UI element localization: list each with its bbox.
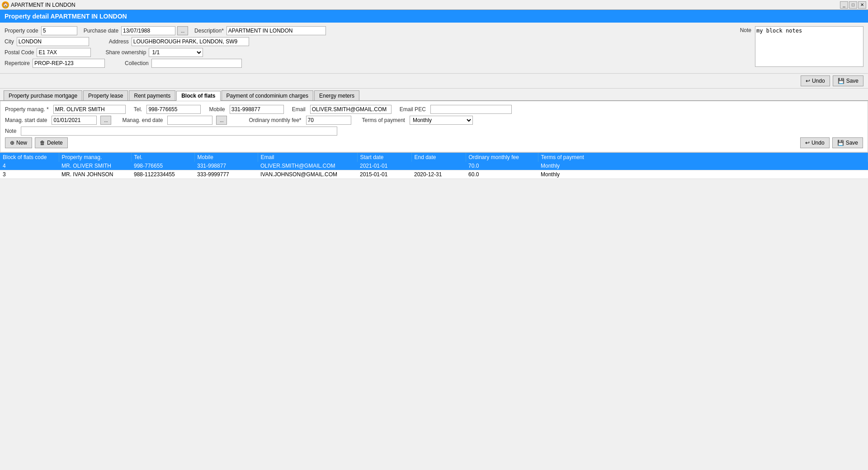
table-row[interactable]: 3MR. IVAN JOHNSON988-1122334455333-99997… — [0, 170, 868, 179]
form-left-section: Property code Purchase date ... Descript… — [5, 26, 736, 70]
undo-button-top[interactable]: ↩ Undo — [801, 75, 830, 86]
table-cell: 2020-12-31 — [411, 170, 466, 179]
tab-lease[interactable]: Property lease — [83, 90, 128, 100]
form-right-section: Note my block notes — [740, 26, 863, 70]
table-cell: OLIVER.SMITH@GMAIL.COM — [258, 162, 357, 170]
table-cell: 4 — [0, 162, 59, 170]
col-header-email: Email — [258, 153, 357, 162]
delete-icon: 🗑 — [40, 140, 45, 146]
property-manag-input[interactable] — [53, 105, 126, 114]
email-label: Email — [292, 106, 306, 113]
maximize-button[interactable]: □ — [849, 1, 857, 9]
title-bar: 🏠 APARTMENT IN LONDON _ □ ✕ — [0, 0, 868, 10]
manag-start-date-input[interactable] — [52, 116, 97, 125]
terms-of-payment-select[interactable]: Monthly Quarterly Annually — [410, 116, 473, 125]
table-cell: 988-1122334455 — [131, 170, 194, 179]
col-header-end: End date — [411, 153, 466, 162]
property-code-label: Property code — [5, 28, 38, 34]
purchase-date-picker-button[interactable]: ... — [177, 26, 188, 35]
delete-button[interactable]: 🗑 Delete — [35, 137, 68, 148]
tel-input[interactable] — [146, 105, 201, 114]
table-cell: 3 — [0, 170, 59, 179]
city-label: City — [5, 38, 14, 45]
tab-payment[interactable]: Payment of condominium charges — [222, 90, 313, 100]
table-cell: 70.0 — [466, 162, 538, 170]
tabs-bar: Property purchase mortgage Property leas… — [0, 89, 868, 101]
col-header-start: Start date — [357, 153, 411, 162]
collection-input[interactable] — [151, 59, 242, 68]
col-header-manag: Property manag. — [59, 153, 131, 162]
save-button-top[interactable]: 💾 Save — [833, 75, 863, 86]
undo-icon-panel: ↩ — [805, 140, 810, 146]
table-row[interactable]: 4MR. OLIVER SMITH998-776655331-998877OLI… — [0, 162, 868, 170]
manag-end-date-picker-button[interactable]: ... — [216, 116, 227, 125]
close-button[interactable]: ✕ — [858, 1, 866, 9]
manag-start-date-picker-button[interactable]: ... — [100, 116, 111, 125]
page-header: Property detail APARTMENT IN LONDON — [0, 10, 868, 23]
table-cell: 331-998877 — [194, 162, 258, 170]
undo-icon: ↩ — [806, 78, 810, 84]
ordinary-monthly-fee-label: Ordinary monthly fee* — [249, 117, 301, 123]
save-button-panel[interactable]: 💾 Save — [832, 137, 863, 148]
table-cell: 998-776655 — [131, 162, 194, 170]
property-manag-label: Property manag. * — [5, 106, 49, 113]
tab-mortgage[interactable]: Property purchase mortgage — [4, 90, 82, 100]
city-input[interactable] — [17, 37, 89, 46]
panel-note-label: Note — [5, 128, 16, 134]
description-label: Description* — [194, 28, 224, 34]
tab-energy[interactable]: Energy meters — [314, 90, 359, 100]
ordinary-monthly-fee-input[interactable] — [306, 116, 351, 125]
address-input[interactable] — [132, 37, 249, 46]
panel-row-2: Manag. start date ... Manag. end date ..… — [5, 116, 863, 125]
manag-start-date-label: Manag. start date — [5, 117, 47, 123]
table-cell: Monthly — [538, 162, 868, 170]
col-header-mobile: Mobile — [194, 153, 258, 162]
block-of-flats-table: Block of flats code Property manag. Tel.… — [0, 153, 868, 179]
table-container: Block of flats code Property manag. Tel.… — [0, 152, 868, 179]
new-icon: ⊕ — [10, 140, 14, 146]
note-textarea[interactable]: my block notes — [755, 26, 863, 67]
table-cell: IVAN.JOHNSON@GMAIL.COM — [258, 170, 357, 179]
minimize-button[interactable]: _ — [840, 1, 848, 9]
email-pec-input[interactable] — [430, 105, 512, 114]
mobile-input[interactable] — [230, 105, 284, 114]
table-cell: 60.0 — [466, 170, 538, 179]
email-pec-label: Email PEC — [400, 106, 426, 113]
tel-label: Tel. — [134, 106, 142, 113]
tab-block[interactable]: Block of flats — [176, 91, 220, 101]
repertoire-input[interactable] — [33, 59, 105, 68]
purchase-date-label: Purchase date — [84, 28, 118, 34]
share-ownership-label: Share ownership — [105, 49, 146, 56]
postal-code-input[interactable] — [37, 48, 91, 57]
panel-buttons-row: ⊕ New 🗑 Delete ↩ Undo 💾 Save — [5, 137, 863, 148]
manag-end-date-label: Manag. end date — [122, 117, 163, 123]
property-code-input[interactable] — [41, 26, 77, 35]
terms-of-payment-label: Terms of payment — [362, 117, 405, 123]
table-cell: Monthly — [538, 170, 868, 179]
address-label: Address — [109, 38, 129, 45]
tab-rent[interactable]: Rent payments — [129, 90, 175, 100]
table-cell: 333-9999777 — [194, 170, 258, 179]
postal-code-label: Postal Code — [5, 49, 34, 56]
panel-row-3: Note — [5, 127, 863, 136]
block-of-flats-panel: Property manag. * Tel. Mobile Email Emai… — [0, 101, 868, 152]
panel-note-input[interactable] — [21, 127, 337, 136]
property-form: Property code Purchase date ... Descript… — [0, 23, 868, 74]
description-input[interactable] — [226, 26, 326, 35]
page-title: Property detail APARTMENT IN LONDON — [5, 13, 127, 20]
table-cell — [411, 162, 466, 170]
undo-button-panel[interactable]: ↩ Undo — [800, 137, 830, 148]
purchase-date-input[interactable] — [121, 26, 175, 35]
col-header-terms: Terms of payment — [538, 153, 868, 162]
new-button[interactable]: ⊕ New — [5, 137, 32, 148]
mobile-label: Mobile — [209, 106, 225, 113]
table-cell: 2021-01-01 — [357, 162, 411, 170]
save-icon: 💾 — [838, 78, 844, 84]
title-bar-text: APARTMENT IN LONDON — [11, 2, 75, 8]
col-header-fee: Ordinary monthly fee — [466, 153, 538, 162]
share-ownership-select[interactable]: 1/1 1/2 — [149, 48, 203, 57]
collection-label: Collection — [125, 60, 149, 66]
manag-end-date-input[interactable] — [167, 116, 212, 125]
table-cell: MR. OLIVER SMITH — [59, 162, 131, 170]
email-input[interactable] — [310, 105, 392, 114]
